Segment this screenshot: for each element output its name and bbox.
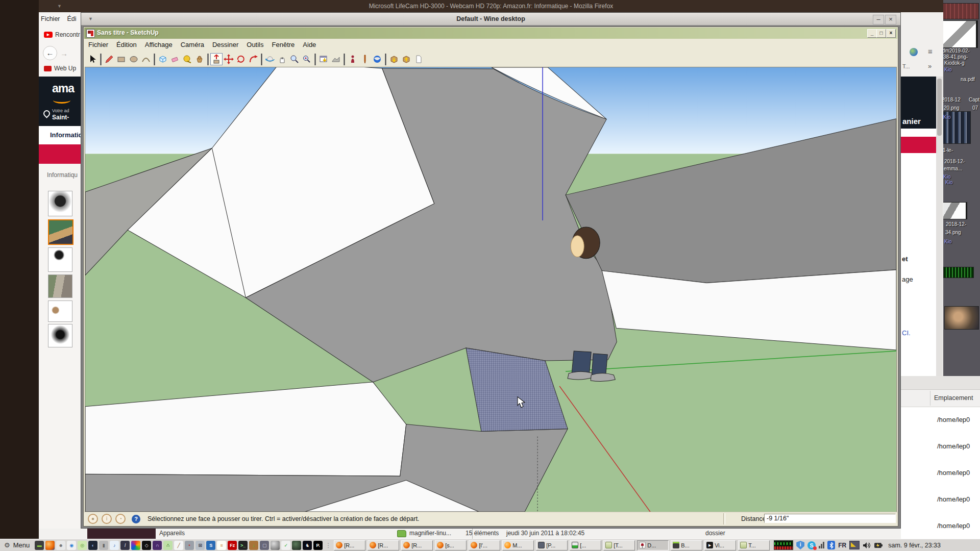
task-monitor[interactable]: [...	[570, 540, 601, 550]
product-thumbnail-2-selected[interactable]	[48, 219, 74, 245]
network-signal-icon[interactable]	[819, 542, 824, 548]
film-strip-launcher[interactable]: /	[120, 541, 130, 550]
follow-me-tool[interactable]	[247, 53, 259, 65]
task-firefox-5[interactable]: [l'...	[469, 540, 500, 550]
wine-minimize-button[interactable]: –	[873, 15, 884, 24]
bookmarks-overflow-icon[interactable]: »	[928, 62, 932, 70]
unity3d-launcher[interactable]: ◇	[142, 541, 151, 550]
molecule-launcher[interactable]: ∴	[163, 541, 173, 550]
text-fragment-ci[interactable]: CI.	[902, 329, 911, 337]
package-launcher[interactable]: ↓	[249, 541, 258, 550]
menu-button[interactable]: Menu	[13, 541, 30, 549]
audio-ghost-launcher[interactable]: ☻	[56, 541, 65, 550]
hardware-launcher[interactable]: •	[185, 541, 194, 550]
column-divider[interactable]	[930, 391, 930, 406]
sketchup-menu-item[interactable]: Fichier	[84, 39, 112, 48]
file-row[interactable]: /home/lep0	[901, 513, 980, 539]
sketchup-menu-item[interactable]: Dessiner	[208, 39, 242, 48]
share-model-tool[interactable]	[400, 53, 412, 65]
dark-horse-launcher[interactable]: ♞	[303, 541, 312, 550]
file-row[interactable]: /home/lep0	[901, 460, 980, 486]
sketchup-titlebar[interactable]: Sans titre - SketchUp _ □ ×	[84, 28, 897, 39]
menu-fichier[interactable]: Fichier	[41, 15, 60, 22]
notes-launcher[interactable]: ≡	[217, 541, 226, 550]
task-window[interactable]: B...	[671, 540, 702, 550]
sketchup-menu-item[interactable]: Édition	[112, 39, 141, 48]
firefox-launcher[interactable]	[45, 541, 55, 550]
product-thumbnail-3[interactable]	[48, 247, 72, 272]
claim-model-icon[interactable]: i	[102, 514, 112, 524]
arc-tool[interactable]	[140, 53, 152, 65]
add-location-tool[interactable]	[317, 53, 330, 65]
task-firefox-6[interactable]: M...	[502, 540, 534, 550]
help-icon[interactable]: ?	[132, 515, 140, 523]
menu-gear-icon[interactable]: ⚙	[4, 541, 10, 549]
terminal-launcher[interactable]: >_	[238, 541, 248, 550]
desktop-thumbnail-greendots[interactable]	[943, 267, 974, 278]
geolocation-icon[interactable]: ●	[88, 514, 98, 524]
toggle-terrain-tool[interactable]	[330, 53, 342, 65]
task-firefox-1[interactable]: [R...	[334, 540, 365, 550]
gray-tool-launcher[interactable]: ▮	[99, 541, 108, 550]
product-thumbnail-5[interactable]	[48, 300, 72, 322]
update-shield-icon[interactable]: i	[796, 541, 804, 549]
select-tool[interactable]	[86, 53, 99, 65]
menu-edition[interactable]: Édi	[67, 15, 77, 22]
sketchup-menu-item[interactable]: Aide	[299, 39, 320, 48]
circle-tool[interactable]	[128, 53, 140, 65]
pinwheel-launcher[interactable]	[131, 541, 140, 550]
wine-menu-caret-icon[interactable]: ▼	[88, 16, 93, 21]
get-models-tool[interactable]	[388, 53, 400, 65]
sketchup-menu-item[interactable]: Affichage	[141, 39, 177, 48]
firefox-window-title[interactable]: ▼ Microsoft LifeCam HD-3000 - Webcam HD …	[39, 0, 943, 12]
model-page-tool[interactable]	[412, 53, 425, 65]
file-row[interactable]: /home/lep0	[901, 486, 980, 513]
eye-launcher[interactable]: ◉	[67, 541, 76, 550]
distance-input[interactable]: -9 1/16"	[764, 514, 896, 523]
headphones-launcher[interactable]: ∩	[153, 541, 162, 550]
sublime-launcher[interactable]: S	[206, 541, 215, 550]
push-pull-tool[interactable]	[210, 53, 223, 65]
desktop-thumbnail-sketchup1[interactable]	[942, 20, 978, 48]
pen-tool-launcher[interactable]: ╱	[174, 541, 183, 550]
sketchup-menu-item[interactable]: Caméra	[177, 39, 208, 48]
amazon-address-line2[interactable]: Saint-	[52, 114, 69, 121]
sketchup-minimize-button[interactable]: _	[867, 29, 877, 38]
task-folder-2[interactable]: T...	[738, 540, 770, 550]
move-tool[interactable]	[223, 53, 235, 65]
tape-measure-tool[interactable]	[181, 53, 193, 65]
taskbar-clock[interactable]: sam. 9 févr., 23:33	[888, 542, 941, 549]
wine-close-button[interactable]: ×	[885, 15, 896, 24]
folder-name-label[interactable]: magnifier-linu...	[409, 530, 451, 537]
eraser-tool[interactable]	[169, 53, 181, 65]
tab-overflow-label[interactable]: T...	[902, 63, 910, 69]
p-app-launcher[interactable]: P.	[313, 541, 323, 550]
desktop-thumbnail-face-video[interactable]	[944, 306, 979, 330]
paint-bucket-tool[interactable]	[193, 53, 206, 65]
dark-orb-launcher[interactable]	[292, 541, 301, 550]
filezilla-launcher[interactable]: Fz	[228, 541, 237, 550]
desktop-thumbnail-photo-group[interactable]	[942, 111, 971, 144]
globe-icon[interactable]	[910, 48, 918, 56]
wine-titlebar[interactable]: ▼ Default - Wine desktop – ×	[81, 13, 900, 26]
rectangle-tool[interactable]	[115, 53, 128, 65]
scrollbar-thumb[interactable]	[937, 79, 942, 136]
sketchup-restore-button[interactable]: □	[876, 29, 886, 38]
amazon-breadcrumb[interactable]: Informatiqu	[47, 171, 78, 179]
task-firefox-4[interactable]: [s...	[435, 540, 467, 550]
credits-icon[interactable]: ◔	[115, 514, 126, 524]
bookmark-rencontre[interactable]: Rencontr	[55, 31, 80, 38]
desktop-thumbnail-sketchup2[interactable]	[941, 202, 967, 219]
skype-icon[interactable]: S	[807, 541, 816, 549]
amazon-address-line1[interactable]: Votre ad	[52, 108, 69, 113]
axes-tool[interactable]	[157, 53, 169, 65]
appareils-label[interactable]: Appareils	[159, 530, 185, 537]
zoom-tool[interactable]	[288, 53, 301, 65]
file-row[interactable]: /home/lep0	[901, 433, 980, 460]
bookmark-webup[interactable]: Web Up	[54, 65, 76, 72]
sketchup-menu-item[interactable]: Fenêtre	[268, 39, 299, 48]
camera-lens-launcher[interactable]: ◐	[88, 541, 97, 550]
volume-icon[interactable]	[863, 542, 871, 549]
forward-button[interactable]: →	[60, 49, 68, 58]
music-player-launcher[interactable]: ♪	[110, 541, 119, 550]
